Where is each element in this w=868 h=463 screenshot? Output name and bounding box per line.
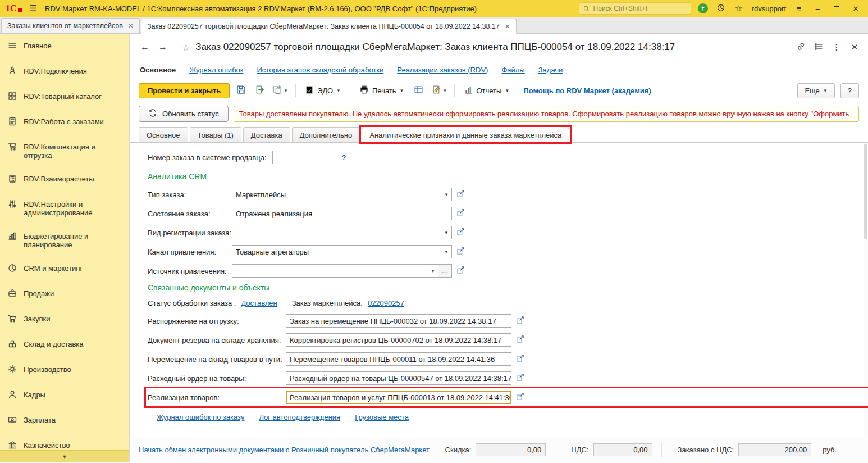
main-menu-button[interactable]: ☰	[28, 3, 39, 13]
form-tab-analytics[interactable]: Аналитические признаки и данные заказа м…	[362, 128, 569, 143]
create-based-on-button[interactable]: ▼	[271, 83, 290, 98]
form-tab-goods[interactable]: Товары (1)	[190, 127, 241, 142]
window-tab-order-022090257[interactable]: Заказ 022090257 торговой площадки СберМе…	[141, 19, 517, 34]
sidebar-item-rdv-shipping[interactable]: RDV:Комплектация и отгрузка	[0, 135, 129, 167]
chevron-down-icon[interactable]: ▼	[441, 246, 451, 258]
source-combo[interactable]: ▼	[232, 264, 438, 278]
sidebar-item-rdv-settlements[interactable]: RDV:Взаиморасчеты	[0, 167, 129, 192]
form-tab-additional[interactable]: Дополнительно	[292, 127, 360, 142]
rdv-academy-help-link[interactable]: Помощь по RDV Маркет (академия)	[523, 87, 651, 95]
registration-kind-combo[interactable]: ▼	[232, 226, 452, 239]
sidebar-item-crm[interactable]: CRM и маркетинг	[0, 256, 129, 282]
sidebar-item-budgeting[interactable]: Бюджетирование и планирование	[0, 224, 129, 256]
edit-document-button[interactable]: ▼	[430, 83, 449, 98]
more-button[interactable]: Еще ▼	[797, 83, 834, 98]
global-search[interactable]	[579, 2, 691, 15]
window-close-button[interactable]: ✕	[849, 2, 862, 15]
edi-exchange-link[interactable]: Начать обмен электронными документами с …	[139, 446, 430, 454]
scrollbar-thumb[interactable]	[864, 144, 867, 239]
sidebar-item-sales[interactable]: Продажи	[0, 282, 129, 307]
sidebar-more-button[interactable]: ▼	[0, 450, 129, 462]
minimize-button[interactable]: –	[811, 2, 824, 15]
shipment-order-field[interactable]: Заказ на перемещение ППЦБ-000032 от 18.0…	[286, 314, 511, 328]
history-button[interactable]	[715, 2, 727, 15]
sidebar-item-rdv-catalog[interactable]: RDV:Товарный каталог	[0, 84, 129, 110]
nav-item-main[interactable]: Основное	[140, 66, 176, 74]
open-value-button[interactable]	[454, 226, 467, 239]
autoconfirm-log-link[interactable]: Лог автоподтверждения	[259, 413, 340, 421]
sidebar-item-production[interactable]: Производство	[0, 357, 129, 383]
sidebar-item-hr[interactable]: Кадры	[0, 383, 129, 408]
reports-button[interactable]: Отчеты ▼	[460, 83, 513, 98]
open-value-button[interactable]	[454, 245, 467, 258]
sidebar-item-warehouse[interactable]: Склад и доставка	[0, 332, 129, 357]
reserve-document-field[interactable]: Корректировка регистров ЦБ-00000702 от 1…	[286, 333, 511, 347]
maximize-button[interactable]	[830, 2, 843, 15]
expense-order-field[interactable]: Расходный ордер на товары ЦБ-00000547 от…	[286, 371, 511, 385]
save-button[interactable]	[234, 83, 248, 98]
open-value-button[interactable]	[454, 188, 467, 201]
nav-item-files[interactable]: Файлы	[501, 66, 524, 74]
structure-button[interactable]	[412, 83, 426, 98]
window-tab-orders-list[interactable]: Заказы клиентов от маркетплейсов ✕	[1, 18, 140, 33]
nav-item-order-realizations[interactable]: Реализации заказов (RDV)	[397, 66, 488, 74]
cargo-places-link[interactable]: Грузовые места	[355, 413, 409, 421]
post-document-button[interactable]	[252, 83, 267, 98]
post-and-close-button[interactable]: Провести и закрыть	[139, 83, 230, 98]
more-actions-button[interactable]: ⋮	[831, 42, 842, 53]
order-status-link[interactable]: Доставлен	[241, 299, 277, 307]
current-user[interactable]: rdvsupport	[752, 4, 786, 13]
edo-button[interactable]: ЭДО ▼	[301, 83, 344, 98]
sidebar-item-rdv-connections[interactable]: RDV:Подключения	[0, 59, 129, 84]
tab-close-icon[interactable]: ✕	[128, 22, 134, 30]
open-value-button[interactable]	[454, 207, 467, 220]
print-button[interactable]: Печать ▼	[356, 83, 408, 98]
get-link-button[interactable]	[795, 42, 806, 53]
form-tab-delivery[interactable]: Доставка	[243, 127, 290, 142]
open-icon	[516, 335, 524, 345]
sidebar-item-purchases[interactable]: Закупки	[0, 307, 129, 332]
channel-combo[interactable]: Товарные агрегаторы ▼	[232, 245, 452, 258]
tab-close-icon[interactable]: ✕	[505, 22, 510, 30]
nav-item-warehouse-stages[interactable]: История этапов складской обработки	[257, 66, 384, 74]
sidebar-item-main[interactable]: Главное	[0, 34, 129, 59]
related-links-button[interactable]	[813, 42, 824, 53]
sidebar-item-payroll[interactable]: Зарплата	[0, 408, 129, 433]
form-tab-main[interactable]: Основное	[139, 127, 188, 142]
seller-order-input[interactable]	[272, 151, 336, 164]
open-value-button[interactable]	[513, 333, 527, 347]
order-error-log-link[interactable]: Журнал ошибок по заказу	[157, 413, 244, 421]
update-available-button[interactable]	[697, 2, 709, 15]
order-state-field[interactable]: Отражена реализация	[232, 207, 452, 220]
chevron-down-icon[interactable]: ▼	[428, 265, 438, 277]
transit-movement-field[interactable]: Перемещение товаров ППЦБ-000011 от 18.09…	[286, 352, 511, 366]
nav-item-error-log[interactable]: Журнал ошибок	[189, 66, 243, 74]
favorites-button[interactable]: ☆	[733, 2, 745, 15]
1c-logo: 1С	[6, 3, 22, 13]
open-value-button[interactable]	[513, 371, 527, 385]
open-value-button[interactable]	[513, 391, 527, 404]
choose-value-button[interactable]: …	[438, 264, 452, 278]
panel-settings-button[interactable]: ≡	[793, 2, 805, 15]
add-to-favorites-button[interactable]: ☆	[182, 42, 190, 53]
refresh-status-button[interactable]: Обновить статус	[139, 106, 229, 122]
sidebar-item-rdv-settings[interactable]: RDV:Настройки и администрирование	[0, 192, 129, 224]
forward-button[interactable]: →	[156, 40, 170, 54]
search-input[interactable]	[593, 4, 687, 12]
open-value-button[interactable]	[513, 314, 527, 328]
close-icon: ✕	[851, 42, 858, 52]
vertical-scrollbar[interactable]	[864, 143, 868, 437]
document-close-button[interactable]: ✕	[849, 42, 860, 53]
field-help-link[interactable]: ?	[342, 153, 346, 162]
order-type-combo[interactable]: Маркетплейсы ▼	[232, 188, 452, 201]
open-value-button[interactable]	[454, 264, 467, 278]
help-button[interactable]: ?	[840, 83, 859, 98]
sidebar-item-rdv-orders[interactable]: RDV:Работа с заказами	[0, 110, 129, 135]
chevron-down-icon[interactable]: ▼	[441, 226, 451, 239]
open-value-button[interactable]	[513, 352, 527, 366]
goods-realization-field[interactable]: Реализация товаров и услуг ППЦБ-000013 о…	[286, 391, 511, 404]
nav-item-tasks[interactable]: Задачи	[538, 66, 563, 74]
marketplace-order-link[interactable]: 022090257	[368, 299, 404, 307]
chevron-down-icon[interactable]: ▼	[441, 188, 451, 201]
back-button[interactable]: ←	[138, 40, 152, 54]
